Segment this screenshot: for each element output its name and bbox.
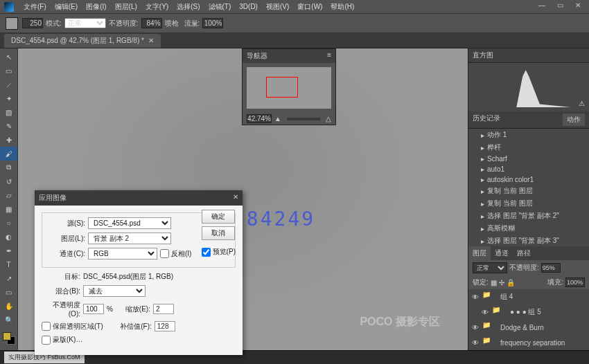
menu-filter[interactable]: 滤镜(T) <box>204 2 236 12</box>
history-brush-tool[interactable]: ↺ <box>0 174 17 188</box>
visibility-icon[interactable]: 👁 <box>471 324 480 331</box>
history-item[interactable]: ▸autoskin color1 <box>468 174 589 185</box>
lasso-tool[interactable]: ⟋ <box>0 78 17 91</box>
shape-tool[interactable]: ▭ <box>0 285 17 299</box>
menu-3d[interactable]: 3D(D) <box>235 3 262 10</box>
menu-image[interactable]: 图像(I) <box>82 2 110 12</box>
menu-help[interactable]: 帮助(H) <box>326 2 358 12</box>
visibility-icon[interactable]: 👁 <box>481 309 489 316</box>
minimize-icon[interactable]: — <box>534 1 550 11</box>
eyedropper-tool[interactable]: ✎ <box>0 119 17 133</box>
navigator-preview[interactable] <box>247 67 331 109</box>
path-tool[interactable]: ↗ <box>0 271 17 285</box>
lock-pixels-icon[interactable]: ▦ <box>491 279 497 286</box>
color-swatches[interactable] <box>0 331 17 347</box>
blend-select[interactable]: 减去 <box>83 285 146 297</box>
menu-select[interactable]: 选择(S) <box>173 2 204 12</box>
gradient-tool[interactable]: ▦ <box>0 202 17 216</box>
channels-tab[interactable]: 通道 <box>491 246 513 260</box>
zoom-out-icon[interactable]: ▲ <box>274 115 281 122</box>
blur-tool[interactable]: ○ <box>0 216 17 230</box>
maximize-icon[interactable]: ▭ <box>552 1 568 11</box>
document-tab[interactable]: DSC_4554.psd @ 42.7% (图层 1, RGB/8) * ✕ <box>4 34 161 48</box>
document-tab-label: DSC_4554.psd @ 42.7% (图层 1, RGB/8) * <box>11 36 144 46</box>
brush-size-input[interactable] <box>22 18 43 28</box>
layer-select[interactable]: 背景 副本 2 <box>88 233 171 244</box>
warning-icon[interactable]: ⚠ <box>579 100 585 107</box>
menu-edit[interactable]: 编辑(E) <box>51 2 82 12</box>
dialog-close-icon[interactable]: ✕ <box>233 193 238 203</box>
airbrush-toggle[interactable]: 喷枪 <box>165 19 179 28</box>
play-icon: ▸ <box>481 176 484 183</box>
invert-checkbox[interactable] <box>160 249 169 258</box>
dlg-opacity-input[interactable] <box>83 304 104 314</box>
mask-checkbox[interactable] <box>42 336 51 345</box>
history-item[interactable]: ▸动作 1 <box>468 129 589 141</box>
layer-list[interactable]: 👁📁组 4👁📁● ● ● 组 5👁📁Dodge & Burn👁📁frequenc… <box>468 289 589 350</box>
history-item[interactable]: ▸选择 图层 "背景 副本 3" <box>468 235 589 246</box>
layer-row[interactable]: 👁📁Dodge & Burn <box>468 320 589 335</box>
lock-position-icon[interactable]: ✢ <box>499 279 504 286</box>
menu-layer[interactable]: 图层(L) <box>111 2 141 12</box>
menu-text[interactable]: 文字(Y) <box>141 2 173 12</box>
preserve-checkbox[interactable] <box>42 322 51 331</box>
layers-tab[interactable]: 图层 <box>468 246 491 260</box>
options-bar: 模式: 正常 不透明度: 喷枪 流量: <box>0 14 589 33</box>
stamp-tool[interactable]: ⧉ <box>0 161 17 174</box>
visibility-icon[interactable]: 👁 <box>471 293 480 301</box>
opacity-input[interactable] <box>141 18 162 28</box>
paths-tab[interactable]: 路径 <box>513 246 535 260</box>
flow-input[interactable] <box>202 18 223 28</box>
eraser-tool[interactable]: ▱ <box>0 188 17 202</box>
text-tool[interactable]: T <box>0 257 17 271</box>
history-item[interactable]: ▸桦杆 <box>468 141 589 154</box>
brush-tool[interactable]: 🖌 <box>0 147 17 161</box>
layer-fill-input[interactable] <box>565 277 585 287</box>
actions-tab[interactable]: 动作 <box>563 113 585 126</box>
zoom-in-icon[interactable]: △ <box>326 115 331 122</box>
offset-input[interactable] <box>155 321 175 331</box>
layer-opacity-input[interactable] <box>541 263 561 273</box>
fg-color[interactable] <box>3 332 11 340</box>
menu-view[interactable]: 视图(V) <box>262 2 293 12</box>
dodge-tool[interactable]: ◐ <box>0 230 17 244</box>
history-item[interactable]: ▸高斯模糊 <box>468 222 589 235</box>
panel-menu-icon[interactable]: ≡ <box>327 51 331 61</box>
history-tab[interactable]: 历史记录 <box>473 113 500 126</box>
layer-row[interactable]: 👁📁组 4 <box>468 289 589 304</box>
scale-input[interactable] <box>153 304 174 314</box>
close-icon[interactable]: ✕ <box>570 1 586 11</box>
lock-all-icon[interactable]: 🔒 <box>507 279 515 286</box>
history-item[interactable]: ▸auto1 <box>468 164 589 174</box>
history-item[interactable]: ▸复制 当前 图层 <box>468 185 589 197</box>
fill-label: 填充: <box>547 277 563 287</box>
pen-tool[interactable]: ✒ <box>0 244 17 257</box>
ok-button[interactable]: 确定 <box>202 210 235 224</box>
zoom-slider[interactable] <box>287 118 320 120</box>
menu-file[interactable]: 文件(F) <box>19 2 51 12</box>
layer-row[interactable]: 👁📁● ● ● 组 5 <box>468 304 589 320</box>
healing-tool[interactable]: ✚ <box>0 133 17 147</box>
blend-mode-select[interactable]: 正常 <box>64 18 106 28</box>
visibility-icon[interactable]: 👁 <box>471 339 480 347</box>
move-tool[interactable]: ↖ <box>0 50 17 64</box>
channel-select[interactable]: RGB <box>88 248 157 260</box>
layer-blend-select[interactable]: 正常 <box>473 262 507 273</box>
layer-row[interactable]: 👁📁frequency separation <box>468 335 589 350</box>
hand-tool[interactable]: ✋ <box>0 299 17 313</box>
history-item[interactable]: ▸选择 图层 "背景 副本 2" <box>468 210 589 222</box>
history-item[interactable]: ▸Scharf <box>468 154 589 164</box>
layers-panel: 图层 通道 路径 正常 不透明度: 锁定: ▦ ✢ 🔒 填充: 👁📁组 4👁📁●… <box>468 246 589 350</box>
marquee-tool[interactable]: ▭ <box>0 64 17 78</box>
zoom-tool[interactable]: 🔍 <box>0 313 17 327</box>
preview-checkbox[interactable] <box>202 248 211 257</box>
crop-tool[interactable]: ▧ <box>0 105 17 119</box>
wand-tool[interactable]: ✦ <box>0 91 17 105</box>
menu-window[interactable]: 窗口(W) <box>293 2 326 12</box>
history-item[interactable]: ▸复制 当前 图层 <box>468 197 589 210</box>
cancel-button[interactable]: 取消 <box>202 226 235 240</box>
brush-preset-icon[interactable] <box>6 17 18 30</box>
tab-close-icon[interactable]: ✕ <box>148 37 154 44</box>
zoom-input[interactable] <box>247 114 272 123</box>
source-select[interactable]: DSC_4554.psd <box>88 217 171 229</box>
